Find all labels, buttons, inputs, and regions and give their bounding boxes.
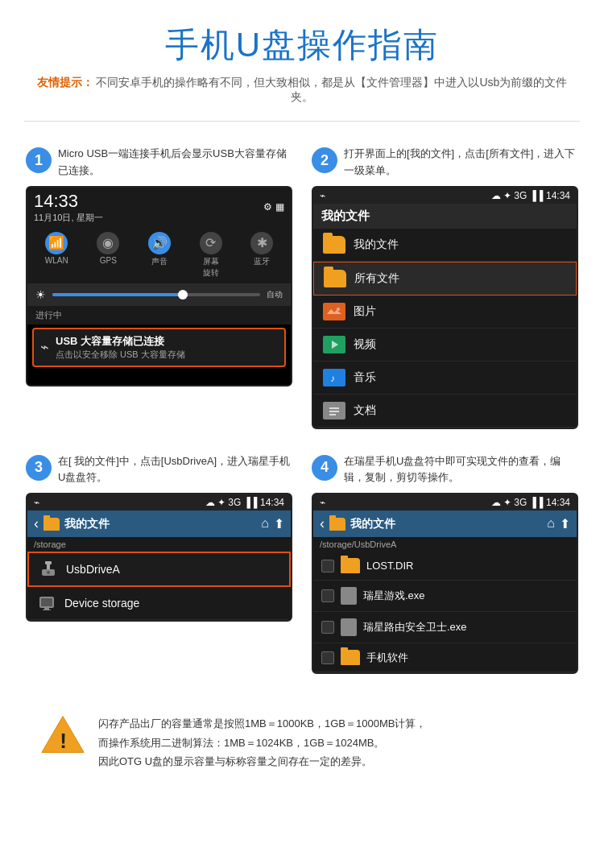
s4-statusbar: ⌁ ☁ ✦ 3G ▐▐ 14:34 xyxy=(313,494,577,510)
s1-quick-settings: 📶 WLAN ◉ GPS 🔊 声音 ⟳ 屏幕旋转 ✱ 蓝牙 xyxy=(27,227,291,283)
s3-device-storage[interactable]: Device storage xyxy=(27,587,291,620)
step-4-number: 4 xyxy=(312,455,337,481)
s4-mobile-label: 手机软件 xyxy=(366,651,408,665)
s1-status-icons: ⚙ ▦ xyxy=(263,201,284,213)
s4-item-security[interactable]: 瑞星路由安全卫士.exe xyxy=(313,612,577,643)
s1-notif-subtitle: 点击以安全移除 USB 大容量存储 xyxy=(56,349,278,361)
s1-time: 14:33 xyxy=(34,191,103,212)
s1-brightness-bar: ☀ 自动 xyxy=(27,283,291,306)
s2-item-video[interactable]: 视频 xyxy=(313,329,577,362)
step-3-header: 3 在[ 我的文件]中，点击[UsbDriveA]，进入瑞星手机U盘盘符。 xyxy=(26,453,292,487)
s4-topbar-actions: ⌂ ⬆ xyxy=(547,516,570,531)
s2-statusbar: ⌁ ☁ ✦ 3G ▐▐ 14:34 xyxy=(313,188,577,204)
s2-item-allfiles[interactable]: 所有文件 xyxy=(313,262,577,296)
s4-cb-mobile[interactable] xyxy=(321,651,334,664)
gps-icon: ◉ xyxy=(97,232,119,254)
video-folder-icon xyxy=(323,336,345,353)
svg-point-14 xyxy=(47,571,50,574)
brightness-auto: 自动 xyxy=(267,289,283,300)
s4-home-icon[interactable]: ⌂ xyxy=(547,516,555,531)
brightness-track xyxy=(52,293,260,296)
page-title: 手机U盘操作指南 xyxy=(0,0,604,76)
sound-label: 声音 xyxy=(151,256,168,267)
s4-lostdir-label: LOST.DIR xyxy=(366,560,414,572)
s4-topbar-title: 我的文件 xyxy=(350,517,542,531)
rotate-icon: ⟳ xyxy=(200,232,222,254)
upload-icon[interactable]: ⬆ xyxy=(274,516,284,531)
s3-device-storage-label: Device storage xyxy=(64,597,139,610)
step-2-screen: ⌁ ☁ ✦ 3G ▐▐ 14:34 我的文件 我的文件 所有文件 图片 xyxy=(312,186,578,429)
svg-text:♪: ♪ xyxy=(330,373,335,383)
signal-icon: ▦ xyxy=(275,201,284,213)
s2-item-music[interactable]: ♪ 音乐 xyxy=(313,362,577,395)
sound-icon: 🔊 xyxy=(148,232,171,254)
folder-icon-myfiles xyxy=(323,236,345,254)
s4-item-game[interactable]: 瑞星游戏.exe xyxy=(313,581,577,612)
svg-rect-8 xyxy=(329,407,339,409)
step-1-number: 1 xyxy=(26,147,52,173)
divider xyxy=(24,121,580,122)
settings-icon: ⚙ xyxy=(263,201,272,213)
s2-item-music-label: 音乐 xyxy=(354,370,376,385)
subtitle: 友情提示： 不同安卓手机的操作略有不同，但大致相似，都是从【文件管理器】中进入以… xyxy=(0,76,604,105)
step-1-screen: 14:33 11月10日, 星期一 ⚙ ▦ 📶 WLAN ◉ GPS xyxy=(26,186,292,386)
s3-path: /storage xyxy=(27,537,291,552)
s2-item-myfiles[interactable]: 我的文件 xyxy=(313,229,577,262)
s1-notif-title: USB 大容量存储已连接 xyxy=(56,334,278,349)
warning-text: 闪存产品出厂的容量通常是按照1MB＝1000KB，1GB＝1000MB计算， 而… xyxy=(98,714,426,771)
s3-usbdrivea-label: UsbDriveA xyxy=(66,563,120,576)
qs-rotate: ⟳ 屏幕旋转 xyxy=(200,232,222,279)
svg-rect-18 xyxy=(43,610,51,610)
s4-folder-lostdir xyxy=(341,558,360,573)
step-3-desc: 在[ 我的文件]中，点击[UsbDriveA]，进入瑞星手机U盘盘符。 xyxy=(58,453,292,487)
rotate-label: 屏幕旋转 xyxy=(203,256,219,279)
step-1-header: 1 Micro USB一端连接手机后会显示USB大容量存储已连接。 xyxy=(26,146,292,180)
s3-usb-drive-a[interactable]: UsbDriveA xyxy=(27,552,291,587)
s1-notif-text: USB 大容量存储已连接 点击以安全移除 USB 大容量存储 xyxy=(56,334,278,361)
s3-topbar: ‹ 我的文件 ⌂ ⬆ xyxy=(27,510,291,537)
device-storage-icon xyxy=(37,593,56,613)
svg-rect-16 xyxy=(41,598,52,606)
back-icon[interactable]: ‹ xyxy=(34,515,39,532)
s4-folder-mobile xyxy=(341,650,360,665)
step-4-screen: ⌁ ☁ ✦ 3G ▐▐ 14:34 ‹ 我的文件 ⌂ ⬆ /storage/Us… xyxy=(312,493,578,674)
step-4-header: 4 在瑞星手机U盘盘符中即可实现文件的查看，编辑，复制，剪切等操作。 xyxy=(312,453,578,487)
home-icon[interactable]: ⌂ xyxy=(261,516,269,531)
s4-upload-icon[interactable]: ⬆ xyxy=(560,516,570,531)
s1-statusbar: 14:33 11月10日, 星期一 ⚙ ▦ xyxy=(27,188,291,227)
s4-usb-icon: ⌁ xyxy=(320,497,325,508)
warning-triangle-icon: ! xyxy=(40,714,85,754)
svg-point-2 xyxy=(337,308,340,311)
s4-cb-lostdir[interactable] xyxy=(321,560,334,572)
s3-topbar-title: 我的文件 xyxy=(64,517,256,531)
s2-item-myfiles-label: 我的文件 xyxy=(354,238,399,252)
s3-status-icons: ☁ ✦ 3G ▐▐ 14:34 xyxy=(205,497,284,508)
s4-item-lostdir[interactable]: LOST.DIR xyxy=(313,552,577,581)
bluetooth-icon: ✱ xyxy=(250,232,273,254)
qs-gps: ◉ GPS xyxy=(97,232,119,279)
s2-title-text: 我的文件 xyxy=(321,209,370,222)
warning-line2: 而操作系统用二进制算法：1MB＝1024KB，1GB＝1024MB。 xyxy=(98,734,426,752)
hint-label: 友情提示： xyxy=(37,76,93,89)
brightness-icon: ☀ xyxy=(35,288,46,301)
s2-item-images-label: 图片 xyxy=(354,304,376,319)
music-folder-icon: ♪ xyxy=(323,369,345,386)
qs-bt: ✱ 蓝牙 xyxy=(250,232,273,279)
warning-line1: 闪存产品出厂的容量通常是按照1MB＝1000KB，1GB＝1000MB计算， xyxy=(98,714,426,733)
step-2-desc: 打开界面上的[我的文件]，点击[所有文件]，进入下一级菜单。 xyxy=(344,146,578,180)
step-3-screen: ⌁ ☁ ✦ 3G ▐▐ 14:34 ‹ 我的文件 ⌂ ⬆ /storage Us… xyxy=(26,493,292,622)
s4-item-mobile[interactable]: 手机软件 xyxy=(313,643,577,672)
s2-item-docs-label: 文档 xyxy=(354,403,376,418)
svg-rect-12 xyxy=(47,564,50,569)
topbar-folder-icon xyxy=(43,518,60,531)
s2-item-docs[interactable]: 文档 xyxy=(313,395,577,428)
s4-cb-security[interactable] xyxy=(321,621,334,634)
usb-drive-icon xyxy=(39,560,58,579)
bt-label: 蓝牙 xyxy=(254,256,270,267)
s2-item-images[interactable]: 图片 xyxy=(313,296,577,329)
s4-cb-game[interactable] xyxy=(321,589,334,602)
s4-topbar-folder-icon xyxy=(329,518,345,531)
s4-back-icon[interactable]: ‹ xyxy=(320,515,325,532)
s2-item-allfiles-label: 所有文件 xyxy=(354,271,399,286)
brightness-knob xyxy=(178,290,188,300)
